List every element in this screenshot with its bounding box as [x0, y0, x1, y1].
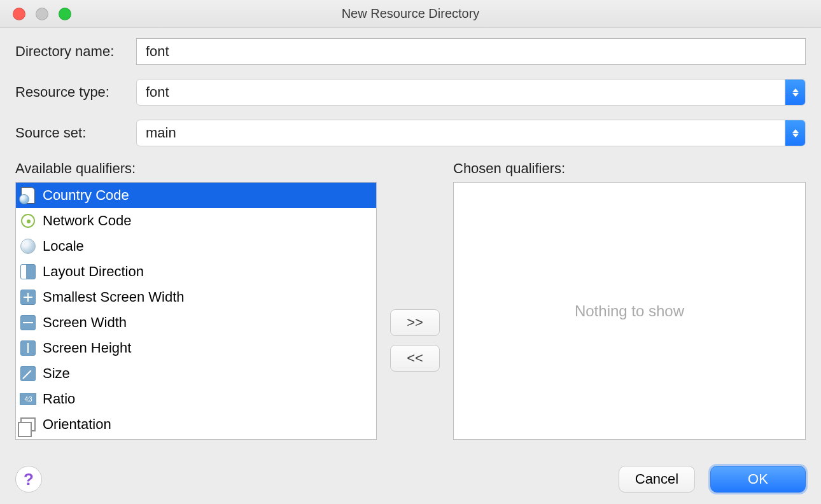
- list-item-label: Orientation: [43, 416, 111, 433]
- chosen-empty-text: Nothing to show: [575, 302, 684, 320]
- source-set-label: Source set:: [15, 125, 136, 141]
- screen-height-icon: [20, 340, 36, 356]
- chevron-up-down-icon: [785, 80, 805, 105]
- directory-name-label: Directory name:: [15, 43, 136, 60]
- source-set-select[interactable]: main: [136, 120, 806, 146]
- list-item-label: Country Code: [43, 187, 129, 204]
- list-item[interactable]: Size: [16, 361, 376, 386]
- available-qualifiers-label: Available qualifiers:: [15, 160, 377, 177]
- locale-icon: [20, 238, 36, 255]
- add-qualifier-button[interactable]: >>: [390, 309, 440, 336]
- layout-direction-icon: [20, 263, 36, 280]
- list-item[interactable]: Locale: [16, 234, 376, 259]
- titlebar: New Resource Directory: [0, 0, 821, 28]
- close-icon[interactable]: [13, 8, 25, 20]
- window-controls: [0, 8, 71, 20]
- list-item-label: Smallest Screen Width: [43, 289, 185, 305]
- smallest-screen-width-icon: [20, 289, 36, 305]
- chosen-qualifiers-label: Chosen qualifiers:: [453, 160, 806, 177]
- list-item-label: Layout Direction: [43, 263, 144, 280]
- list-item-label: Size: [43, 365, 70, 382]
- resource-type-select[interactable]: font: [136, 79, 806, 106]
- window-title: New Resource Directory: [0, 6, 821, 21]
- network-code-icon: [20, 213, 36, 229]
- help-button[interactable]: ?: [15, 466, 42, 493]
- ratio-icon: 4:3: [20, 391, 36, 407]
- list-item[interactable]: Smallest Screen Width: [16, 284, 376, 310]
- country-code-icon: [20, 187, 36, 204]
- list-item[interactable]: Screen Height: [16, 335, 376, 361]
- directory-name-input[interactable]: [136, 38, 806, 65]
- list-item-label: Ratio: [43, 391, 75, 407]
- size-icon: [20, 365, 36, 382]
- list-item-label: Network Code: [43, 213, 131, 229]
- ok-button[interactable]: OK: [710, 466, 806, 493]
- chevron-up-down-icon: [785, 120, 805, 146]
- source-set-value: main: [137, 120, 785, 146]
- resource-type-label: Resource type:: [15, 84, 136, 101]
- minimize-icon: [36, 8, 48, 20]
- list-item[interactable]: Network Code: [16, 208, 376, 234]
- list-item[interactable]: 4:3Ratio: [16, 386, 376, 412]
- list-item-label: Locale: [43, 238, 84, 255]
- resource-type-value: font: [137, 80, 785, 105]
- list-item[interactable]: Orientation: [16, 412, 376, 437]
- remove-qualifier-button[interactable]: <<: [390, 345, 440, 372]
- available-qualifiers-list[interactable]: Country CodeNetwork CodeLocaleLayout Dir…: [15, 182, 377, 440]
- orientation-icon: [20, 416, 36, 433]
- list-item[interactable]: Country Code: [16, 183, 376, 208]
- list-item-label: Screen Height: [43, 340, 131, 356]
- list-item[interactable]: Layout Direction: [16, 259, 376, 284]
- chosen-qualifiers-list[interactable]: Nothing to show: [453, 182, 806, 440]
- maximize-icon[interactable]: [59, 8, 71, 20]
- list-item-label: Screen Width: [43, 314, 127, 331]
- cancel-button[interactable]: Cancel: [619, 466, 695, 493]
- list-item[interactable]: Screen Width: [16, 310, 376, 335]
- screen-width-icon: [20, 314, 36, 331]
